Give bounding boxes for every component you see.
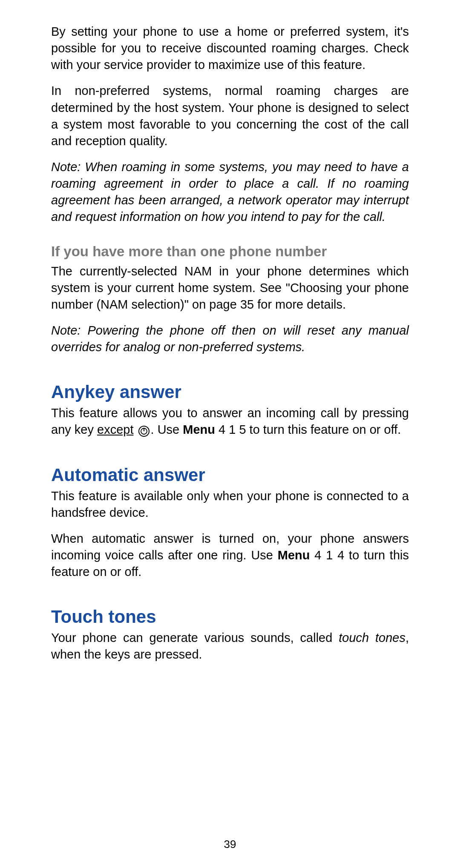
- section-heading-touchtones: Touch tones: [51, 607, 409, 627]
- section-heading-anykey: Anykey answer: [51, 382, 409, 402]
- italic-text: touch tones: [339, 631, 405, 645]
- note-paragraph: Note: When roaming in some systems, you …: [51, 159, 409, 226]
- section-heading-automatic: Automatic answer: [51, 465, 409, 485]
- text-span: Your phone can generate various sounds, …: [51, 631, 339, 645]
- body-paragraph: This feature is available only when your…: [51, 488, 409, 521]
- body-paragraph: Your phone can generate various sounds, …: [51, 630, 409, 663]
- page-number: 39: [0, 838, 460, 851]
- body-paragraph: In non-preferred systems, normal roaming…: [51, 83, 409, 149]
- bold-text: Menu: [278, 548, 310, 562]
- bold-text: Menu: [183, 423, 215, 436]
- note-paragraph: Note: Powering the phone off then on wil…: [51, 322, 409, 355]
- body-paragraph: The currently-selected NAM in your phone…: [51, 263, 409, 313]
- body-paragraph: This feature allows you to answer an inc…: [51, 405, 409, 438]
- text-span: 4 1 5 to turn this feature on or off.: [215, 423, 401, 436]
- body-paragraph: By setting your phone to use a home or p…: [51, 23, 409, 73]
- power-icon: [138, 425, 150, 437]
- body-paragraph: When automatic answer is turned on, your…: [51, 530, 409, 580]
- subsection-heading: If you have more than one phone number: [51, 243, 409, 260]
- underline-text: except: [97, 423, 133, 436]
- text-span: . Use: [151, 423, 183, 436]
